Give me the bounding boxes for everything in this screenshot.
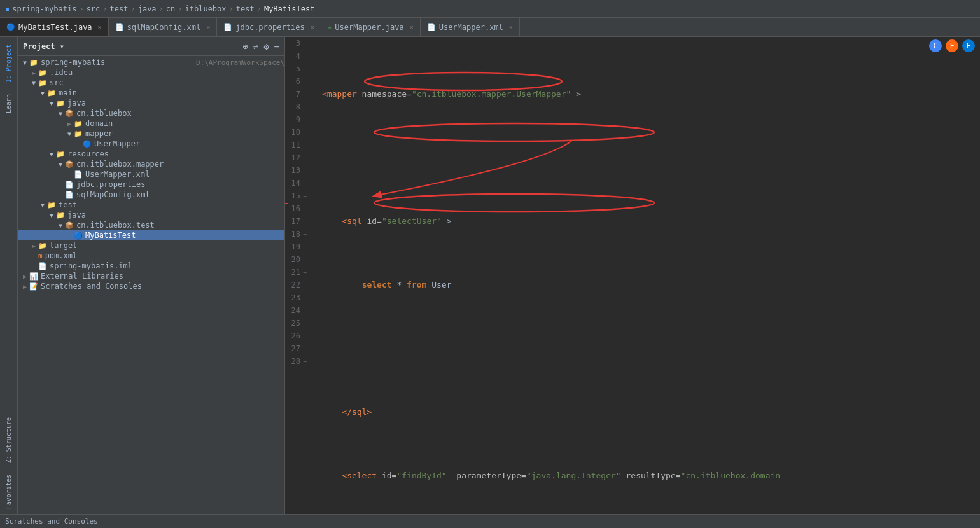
tree-item-java-test[interactable]: ▼ 📁 java <box>18 210 284 220</box>
fold-icon[interactable]: − <box>300 66 309 73</box>
breadcrumb-test[interactable]: test <box>110 4 129 13</box>
tab-close-usermapper-xml[interactable]: ✕ <box>509 24 513 31</box>
tree-item-src[interactable]: ▼ 📁 src <box>18 78 284 88</box>
firefox-icon[interactable]: F <box>946 39 958 52</box>
tree-item-cn-itbluebox-mapper[interactable]: ▼ 📦 cn.itbluebox.mapper <box>18 159 284 169</box>
props-icon: 📄 <box>65 181 74 189</box>
tab-usermapper-java[interactable]: ☕ UserMapper.java ✕ <box>321 18 421 36</box>
pom-icon: m <box>38 252 43 260</box>
breadcrumb-cn[interactable]: cn <box>166 4 175 13</box>
code-line-9: <select id= "findById" parameterType= "j… <box>322 469 980 482</box>
sidebar-strip-project[interactable]: 1: Project <box>4 39 13 88</box>
xml2-tab-icon: 📄 <box>427 23 436 31</box>
tree-label: jdbc.properties <box>76 180 284 189</box>
tree-label: pom.xml <box>45 251 284 260</box>
tree-item-resources[interactable]: ▼ 📁 resources <box>18 149 284 159</box>
breadcrumb-test2[interactable]: test <box>236 4 255 13</box>
ext-lib-icon: 📊 <box>29 272 38 281</box>
tab-sqlmapconfig[interactable]: 📄 sqlMapConfig.xml ✕ <box>109 18 218 36</box>
tree-item-target[interactable]: ▶ 📁 target <box>18 240 284 251</box>
tree-label: java <box>67 99 284 108</box>
line-26: 26 <box>285 330 317 342</box>
line-23: 23 <box>285 291 317 304</box>
tab-close-mybatistest[interactable]: ✕ <box>98 24 102 31</box>
tree-item-ext-lib[interactable]: ▶ 📊 External Libraries <box>18 271 284 281</box>
fold-icon[interactable]: − <box>300 193 309 200</box>
project-icon: 📁 <box>29 59 38 67</box>
tab-label: jdbc.properties <box>235 23 304 32</box>
tree-item-test[interactable]: ▼ 📁 test <box>18 200 284 210</box>
browser-icons: C F E <box>929 39 975 52</box>
tab-close-sqlmapconfig[interactable]: ✕ <box>206 24 210 31</box>
panel-layout-icon[interactable]: ⇌ <box>253 41 258 52</box>
tree-item-usermapper-iface[interactable]: ▶ 🔵 UserMapper <box>18 139 284 149</box>
breadcrumb-project[interactable]: spring-mybatis <box>12 4 76 13</box>
panel-add-icon[interactable]: ⊕ <box>242 41 248 52</box>
arrow-icon: ▼ <box>56 222 65 229</box>
folder-icon: 📁 <box>74 130 83 138</box>
package-icon: 📦 <box>65 109 74 118</box>
tree-item-root[interactable]: ▼ 📁 spring-mybatis D:\AProgramWorkSpace\ <box>18 57 284 67</box>
tree-item-java-main[interactable]: ▼ 📁 java <box>18 98 284 108</box>
tree-item-scratches[interactable]: ▶ 📝 Scratches and Consoles <box>18 281 284 291</box>
line-28: 28 − <box>285 355 317 368</box>
tree-label: domain <box>85 119 284 128</box>
sidebar-strip-structure[interactable]: Z: Structure <box>4 412 13 468</box>
code-view[interactable]: 3 4 5 − 6 <box>285 37 980 514</box>
scratches-bottom[interactable]: Scratches and Consoles <box>5 517 98 525</box>
tree-item-cn-itbluebox-test[interactable]: ▼ 📦 cn.itbluebox.test <box>18 220 284 230</box>
line-25: 25 <box>285 317 317 330</box>
breadcrumb-java[interactable]: java <box>138 4 157 13</box>
tree-item-mybatistest[interactable]: ▶ 🔵 MyBatisTest <box>18 230 284 240</box>
tree-label: spring-mybatis <box>41 58 193 67</box>
panel-settings-icon[interactable]: ⚙ <box>263 41 269 52</box>
line-3: 3 <box>285 37 317 50</box>
tree-label: resources <box>67 149 284 158</box>
sidebar-strip-favorites[interactable]: Favorites <box>4 469 13 514</box>
line-27: 27 <box>285 342 317 355</box>
tree-item-jdbc[interactable]: ▶ 📄 jdbc.properties <box>18 179 284 190</box>
tree-item-sqlmapconfig[interactable]: ▶ 📄 sqlMapConfig.xml <box>18 190 284 200</box>
arrow-icon: ▼ <box>56 161 65 168</box>
arrow-icon: ▼ <box>20 59 29 66</box>
mybatis-tab-icon: 🔵 <box>6 23 15 31</box>
sidebar-strip-learn[interactable]: Learn <box>4 89 13 118</box>
xml-icon: 📄 <box>65 191 74 199</box>
edge-icon[interactable]: E <box>962 39 975 52</box>
tab-mybatistest[interactable]: 🔵 MyBatisTest.java ✕ <box>0 18 109 36</box>
tab-jdbc[interactable]: 📄 jdbc.properties ✕ <box>217 18 321 36</box>
line-7: 7 <box>285 88 317 101</box>
tree-label: src <box>50 78 284 87</box>
tree-label: sqlMapConfig.xml <box>76 190 284 199</box>
breadcrumb-mybatistest[interactable]: MyBatisTest <box>264 4 314 13</box>
panel-close-icon[interactable]: − <box>274 41 279 52</box>
line-14: 14 <box>285 177 317 190</box>
breadcrumb-src[interactable]: src <box>87 4 101 13</box>
folder-icon: 📁 <box>56 150 65 158</box>
tab-usermapper-xml[interactable]: 📄 UserMapper.xml ✕ <box>421 18 520 36</box>
fold-icon[interactable]: − <box>300 231 309 238</box>
breadcrumb-itbluebox[interactable]: itbluebox <box>185 4 227 13</box>
code-content[interactable]: <mapper namespace= "cn.itbluebox.mapper.… <box>317 37 980 514</box>
tree-item-usermapper-xml[interactable]: ▶ 📄 UserMapper.xml <box>18 169 284 179</box>
tree-item-pom[interactable]: ▶ m pom.xml <box>18 251 284 261</box>
tree-item-mapper[interactable]: ▼ 📁 mapper <box>18 129 284 139</box>
tab-label: MyBatisTest.java <box>18 23 92 32</box>
tree-item-main[interactable]: ▼ 📁 main <box>18 88 284 98</box>
folder-icon: 📁 <box>38 69 47 77</box>
fold-icon[interactable]: − <box>300 269 309 276</box>
chrome-icon[interactable]: C <box>929 39 942 52</box>
tree-label: MyBatisTest <box>85 231 284 240</box>
tree-item-domain[interactable]: ▶ 📁 domain <box>18 118 284 129</box>
tree-item-idea[interactable]: ▶ 📁 .idea <box>18 67 284 78</box>
tab-close-usermapper-java[interactable]: ✕ <box>410 24 414 31</box>
fold-icon[interactable]: − <box>300 116 309 123</box>
tree-item-cn-itbluebox[interactable]: ▼ 📦 cn.itbluebox <box>18 108 284 118</box>
tab-close-jdbc[interactable]: ✕ <box>311 24 314 31</box>
project-icon: ▪ <box>5 4 10 13</box>
code-line-7 <box>322 342 980 355</box>
tree-item-iml[interactable]: ▶ 📄 spring-mybatis.iml <box>18 261 284 271</box>
mybatis-icon: 🔵 <box>74 232 83 240</box>
line-number-gutter: 3 4 5 − 6 <box>285 37 317 514</box>
fold-icon[interactable]: − <box>300 358 309 365</box>
